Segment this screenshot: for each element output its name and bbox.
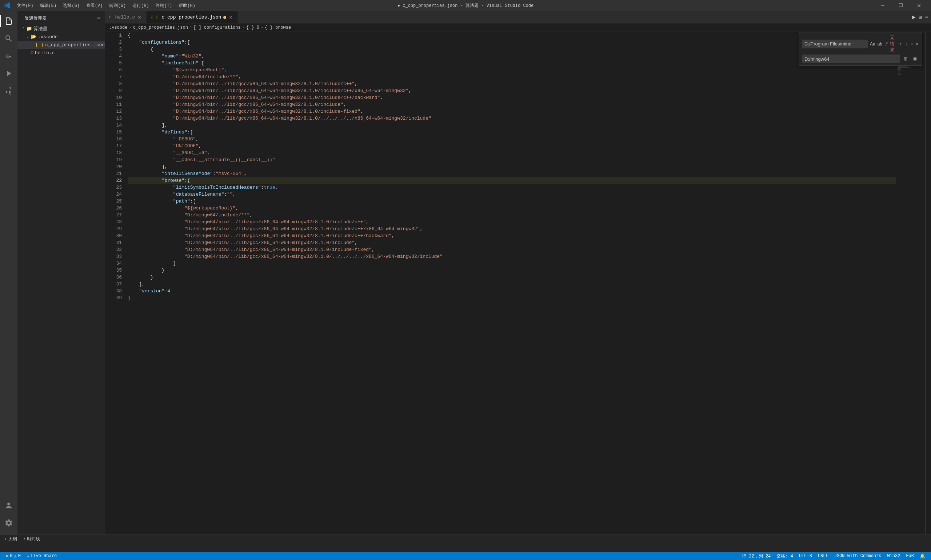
status-position[interactable]: 行 22，列 24: [739, 552, 774, 560]
line-number: 39: [105, 295, 122, 302]
line-number: 11: [105, 101, 122, 108]
code-line: "path": [: [128, 198, 896, 205]
live-share-label: Live Share: [31, 554, 57, 558]
error-icon: ⊗: [6, 554, 8, 559]
line-number: 10: [105, 94, 122, 101]
titlebar: 文件(F) 编辑(E) 选择(S) 查看(V) 转到(G) 运行(R) 终端(T…: [0, 0, 931, 11]
status-language[interactable]: JSON with Comments: [831, 552, 885, 560]
code-line: "D:/mingw64/include/**",: [128, 212, 896, 218]
close-button[interactable]: ✕: [911, 0, 927, 11]
more-actions-icon[interactable]: ⋯: [925, 14, 928, 21]
activity-source-control[interactable]: [0, 47, 17, 65]
code-line: "${workspaceRoot}",: [128, 66, 896, 74]
activity-run-debug[interactable]: [0, 65, 17, 82]
find-match-case-button[interactable]: Aa: [869, 40, 876, 48]
replace-all-button[interactable]: ⊠: [911, 55, 919, 63]
menu-edit[interactable]: 编辑(E): [37, 2, 60, 9]
find-toggle-replace-button[interactable]: ≡: [910, 40, 914, 48]
code-line: ],: [128, 281, 896, 288]
code-line: "__GNUC__=6",: [128, 149, 896, 156]
tab-hello-c[interactable]: C hello.c ✕: [105, 11, 146, 23]
line-number: 7: [105, 74, 122, 80]
breadcrumb-sep2: ›: [189, 25, 192, 30]
replace-one-button[interactable]: ⊞: [902, 55, 909, 63]
json-file-icon: { }: [35, 42, 44, 48]
status-errors[interactable]: ⊗ 0 ⚠ 0: [3, 552, 24, 560]
breadcrumb-file[interactable]: c_cpp_properties.json: [133, 25, 188, 30]
code-line: "D:/mingw64/bin/../lib/gcc/x86_64-w64-mi…: [128, 253, 896, 260]
line-number: 13: [105, 115, 122, 122]
status-live-share[interactable]: ↗ Live Share: [24, 552, 60, 560]
code-area[interactable]: { "configurations": [ { "name": "Win32",…: [125, 32, 896, 535]
menu-goto[interactable]: 转到(G): [106, 2, 129, 9]
line-number: 6: [105, 66, 122, 74]
editor-main: C hello.c ✕ { } c_cpp_properties.json ✕ …: [105, 11, 931, 535]
menu-select[interactable]: 选择(S): [60, 2, 83, 9]
breadcrumb-browse[interactable]: { } browse: [265, 25, 291, 30]
sidebar-root-folder[interactable]: ⌃ 📁 算法题: [17, 25, 105, 33]
line-number: 33: [105, 253, 122, 260]
line-number: 34: [105, 260, 122, 267]
find-whole-word-button[interactable]: ab: [877, 40, 883, 48]
line-number: 36: [105, 274, 122, 281]
panel-item-outline[interactable]: › 大纲: [5, 536, 17, 542]
tab-modified-indicator: [223, 16, 226, 19]
find-close-button[interactable]: ✕: [916, 41, 919, 47]
status-platform[interactable]: Win32: [884, 552, 903, 560]
line-number: 37: [105, 281, 122, 288]
sidebar-more-button[interactable]: ⋯: [96, 15, 100, 22]
activity-account[interactable]: [0, 497, 17, 514]
code-line: "_DEBUG",: [128, 135, 896, 143]
activity-explorer[interactable]: [0, 12, 17, 30]
activity-settings[interactable]: [0, 514, 17, 532]
sidebar-item-vscode[interactable]: ⌄ 📂 .vscode: [17, 33, 105, 41]
status-branch[interactable]: EaR: [903, 552, 917, 560]
replace-input[interactable]: [802, 55, 900, 63]
breadcrumb-0[interactable]: { } 0: [246, 25, 259, 30]
breadcrumb-configurations[interactable]: [ ] configurations: [194, 25, 241, 30]
line-number: 26: [105, 205, 122, 212]
sidebar-item-hello-c[interactable]: C hello.c: [17, 49, 105, 57]
breadcrumb-sep4: ›: [261, 25, 263, 30]
titlebar-title: ● c_cpp_properties.json - 算法题 - Visual S…: [397, 3, 534, 9]
menu-view[interactable]: 查看(V): [83, 2, 106, 9]
code-line: "databaseFilename": "",: [128, 191, 896, 198]
code-line: "D:/mingw64/bin/../lib/gcc/x86_64-w64-mi…: [128, 232, 896, 239]
tab-cpp-props[interactable]: { } c_cpp_properties.json ✕: [146, 11, 238, 23]
code-line: "browse": {: [128, 177, 896, 184]
line-ending-label: CRLF: [818, 554, 828, 558]
minimap-line: [897, 66, 907, 67]
activity-search[interactable]: [0, 30, 17, 47]
status-encoding[interactable]: UTF-8: [796, 552, 815, 560]
line-number: 38: [105, 288, 122, 295]
tab-hello-c-close[interactable]: ✕: [137, 14, 142, 21]
menu-terminal[interactable]: 终端(T): [153, 2, 175, 9]
find-prev-button[interactable]: ↑: [898, 40, 902, 48]
split-editor-icon[interactable]: ⊞: [919, 14, 922, 20]
code-line: }: [128, 295, 896, 302]
minimap-line: [897, 74, 901, 75]
sidebar-item-cpp-props[interactable]: { } c_cpp_properties.json: [17, 41, 105, 49]
status-spaces[interactable]: 空格: 4: [774, 552, 796, 560]
find-next-button[interactable]: ↓: [904, 40, 908, 48]
line-number: 16: [105, 135, 122, 143]
menu-run[interactable]: 运行(R): [129, 2, 152, 9]
code-line: "D:/mingw64/include/**",: [128, 74, 896, 80]
find-input[interactable]: [802, 40, 868, 48]
menu-help[interactable]: 帮助(H): [175, 2, 198, 9]
status-line-ending[interactable]: CRLF: [815, 552, 831, 560]
sidebar-vscode-label: .vscode: [38, 34, 58, 40]
panel-item-timeline[interactable]: › 时间线: [23, 536, 40, 542]
activity-extensions[interactable]: [0, 82, 17, 100]
sidebar-root-label: 算法题: [34, 25, 48, 32]
maximize-button[interactable]: □: [893, 0, 909, 11]
code-line: }: [128, 274, 896, 281]
breadcrumb-vscode[interactable]: .vscode: [109, 25, 127, 30]
minimize-button[interactable]: —: [874, 0, 891, 11]
run-icon[interactable]: ▶: [912, 14, 916, 21]
menu-file[interactable]: 文件(F): [14, 2, 36, 9]
tab-cpp-props-close[interactable]: ✕: [228, 14, 233, 21]
minimap-line: [897, 73, 901, 74]
find-regex-button[interactable]: .*: [884, 40, 888, 48]
status-notifications[interactable]: 🔔: [917, 552, 928, 560]
